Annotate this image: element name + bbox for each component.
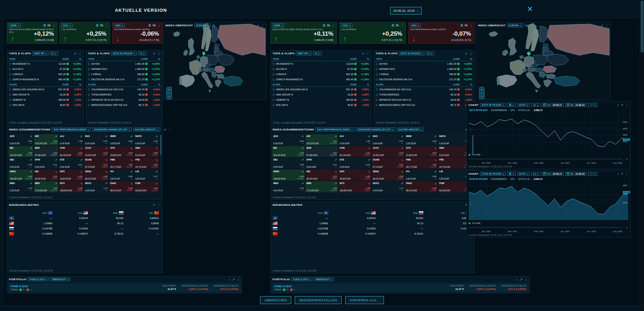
drag-handle-icon[interactable]	[273, 73, 274, 76]
instrument-row[interactable]: LONZA N542,30↑+1,46%	[271, 72, 371, 77]
instrument-row[interactable]: SWISS LIFE HOLDING AG N507,20↓-0,55%	[7, 87, 83, 92]
zoom-in-button[interactable]: +	[167, 87, 172, 93]
copy-as-button[interactable]: KOPIEREN ALS...	[345, 296, 384, 304]
kebab-menu-icon[interactable]: ⋮	[332, 24, 335, 27]
instrument-row[interactable]: ADYEN1.651,00↑+4,65%	[374, 61, 474, 66]
unit-select[interactable]: %∨	[50, 52, 58, 55]
component-tile-hfg[interactable]: HFG↘26,83 EUR-0,53-1,94%	[339, 170, 371, 181]
component-tile-lin[interactable]: LIN↗0,00 EUR-0,47—	[134, 170, 159, 181]
chart-instrument-select[interactable]: STXE 50 PR.EUR∨	[480, 172, 506, 176]
drag-handle-icon[interactable]	[273, 88, 274, 91]
instrument-row[interactable]: ALCON N67,53↑+2,25%	[271, 66, 371, 72]
component-tile-mtx[interactable]: MTX↘186,85 EUR-1,05-0,56%	[339, 181, 371, 192]
instrument-select[interactable]: SMI® PR∨	[32, 52, 48, 55]
component-tile-bayn[interactable]: BAYN↗0,00 EUR-0,13—	[438, 134, 471, 145]
component-tile-mtx[interactable]: MTX↘186,85 EUR-1,05-0,56%	[59, 181, 83, 192]
drag-handle-icon[interactable]	[88, 88, 90, 91]
component-tile-dpw[interactable]: DPW↗0,00 EUR-0,11—	[305, 158, 338, 169]
chart-type-select[interactable]: ∨	[588, 103, 597, 107]
view-select[interactable]: ÜBERSICHT∨	[314, 277, 334, 281]
fit-vertical-icon[interactable]: ↕	[617, 172, 619, 175]
component-tile-clipped[interactable]: RWE	[34, 193, 58, 194]
component-tile-clipped[interactable]: SHL	[438, 193, 471, 194]
expand-icon[interactable]: ↗	[256, 24, 259, 27]
component-tile-muv2[interactable]: MUV2↗0,00 EUR1,10—	[84, 181, 109, 192]
component-tile-con[interactable]: CON↘60,18 EUR-0,24-0,39%	[59, 146, 83, 157]
refresh-icon[interactable]: ↻	[525, 24, 528, 27]
region-select[interactable]: EUROPA∨	[507, 24, 523, 27]
drag-handle-icon[interactable]	[376, 88, 377, 91]
sort-icon[interactable]: ↕	[516, 278, 518, 281]
component-tile-dte[interactable]: DTE↗0,00 EUR-0,01—	[339, 158, 371, 169]
drag-handle-icon[interactable]	[88, 104, 90, 107]
kebab-menu-icon[interactable]: ⋮	[469, 203, 472, 207]
map-zoom-control[interactable]: +−	[166, 87, 172, 99]
portfolio-row[interactable]: FUND A 2019TREND:↑0|↓1DEPOTWERT11,37 €VE…	[272, 283, 529, 292]
date-bis-picker[interactable]: Bis:24.08.22	[565, 103, 587, 107]
component-tile-mbg[interactable]: MBG↗0,00 EUR-1,00—	[272, 181, 305, 192]
component-tile-pum[interactable]: PUM↘63,28 EUR-0,64-1,02%	[134, 181, 159, 192]
component-tile-fme[interactable]: FME↘34,77 EUR-1,52-4,19%	[109, 158, 134, 169]
grid-scrollbar-thumb[interactable]	[160, 135, 162, 155]
instrument-row[interactable]: GEBERIT N450,50↓-1,15%	[7, 97, 83, 102]
expand-icon[interactable]: ↗	[620, 172, 623, 175]
component-tile-bnr[interactable]: BNR→67,68 EUR0,00±0,00%	[305, 146, 338, 157]
instrument-row[interactable]: ADYEN1.651,00↑+4,65%	[86, 61, 162, 66]
component-tile-air[interactable]: AIR↗103,00 EUR0,12+0,12%	[34, 134, 58, 145]
date-von-picker[interactable]: Von:25.08.21	[542, 103, 564, 107]
kebab-menu-icon[interactable]: ⋮	[53, 24, 56, 27]
index-select[interactable]: CAC∨	[341, 24, 352, 27]
index-select[interactable]: DAX PERFORMANCE-INDEX∨	[52, 128, 91, 131]
component-tile-clipped[interactable]: SIE	[109, 193, 134, 194]
drag-handle-icon[interactable]	[376, 68, 377, 71]
component-tile-bnr[interactable]: BNR→67,68 EUR0,00±0,00%	[34, 146, 58, 157]
kebab-menu-icon[interactable]: ⋮	[158, 24, 161, 27]
kebab-menu-icon[interactable]: ⋮	[469, 128, 472, 131]
kebab-menu-icon[interactable]: ⋮	[525, 278, 528, 281]
component-tile-clipped[interactable]: QIA	[272, 193, 305, 194]
component-tile-clipped[interactable]: RWE	[305, 193, 338, 194]
instrument-row[interactable]: RICHEMONT N113,90↑+3,55%	[7, 61, 83, 66]
component-tile-bei[interactable]: BEI↗103,90 EUR2,35+2,31%	[9, 146, 33, 157]
component-tile-clipped[interactable]: SAP	[59, 193, 83, 194]
component-tile-alv[interactable]: ALV↗0,00 EUR-1,48—	[339, 134, 371, 145]
kebab-menu-icon[interactable]: ⋮	[625, 172, 628, 175]
expand-icon[interactable]: ↗	[520, 278, 523, 281]
exchange-icon[interactable]	[323, 24, 325, 27]
cancel-button[interactable]: ABBRECHEN	[260, 296, 292, 304]
index-tile-sx5e[interactable]: SX5E∨TD⋮EURO STOXX 50 INDEX (PRICE) (EUR…	[270, 22, 337, 44]
component-tile-pah3[interactable]: PAH3↘66,04 EUR-0,04-0,06%	[405, 181, 438, 192]
exchange-icon[interactable]	[96, 24, 99, 27]
component-tile-hnr1[interactable]: HNR1↗146,60 EUR0,45+0,31%	[9, 170, 33, 181]
kebab-menu-icon[interactable]: ⋮	[469, 52, 472, 55]
drag-handle-icon[interactable]	[376, 78, 377, 81]
expand-icon[interactable]: ↗	[620, 103, 623, 107]
instrument-row[interactable]: INFINEON TECH.AG NA O.N.25,04↓-1,05%	[374, 97, 474, 102]
component-tile-clipped[interactable]: QIA	[9, 193, 33, 194]
expand-icon[interactable]: ↗	[361, 52, 364, 55]
drag-handle-icon[interactable]	[9, 73, 11, 76]
drag-handle-icon[interactable]	[376, 73, 377, 76]
drag-handle-icon[interactable]	[88, 78, 90, 81]
instrument-row[interactable]: HERMES INTL1.359,00↑+1,57%	[86, 66, 162, 72]
expand-icon[interactable]: ↗	[464, 128, 467, 131]
drag-handle-icon[interactable]	[9, 104, 11, 107]
sort-icon[interactable]: ↕	[229, 278, 230, 281]
exchange-icon[interactable]	[43, 24, 46, 27]
instrument-row[interactable]: VOLKSWAGEN AG VZO O.N.140,70↓-0,92%	[374, 87, 474, 92]
view-select[interactable]: KACHELANSICHT∨	[133, 128, 160, 131]
index-tile-sx5e[interactable]: SX5E∨TD⋮EURO STOXX 50 INDEX (PRICE) (EUR…	[7, 22, 57, 44]
instrument-select[interactable]: ESTX 50 PR.EUR∨	[399, 52, 424, 55]
instrument-select[interactable]: SMI® PR∨	[296, 52, 312, 55]
drag-handle-icon[interactable]	[376, 104, 377, 107]
drag-handle-icon[interactable]	[273, 99, 274, 101]
index-tile-cac[interactable]: CAC∨TD⋮CAC 40 (PARIS)↑+0,25%6.577,21 (+1…	[59, 22, 110, 44]
drag-handle-icon[interactable]	[9, 78, 11, 81]
index-tile-dax[interactable]: DAX∨TD⋮DAX PERFORMANCE-INDEX (XETRA)↓-0,…	[408, 22, 475, 44]
component-tile-eoan[interactable]: EOAN↘8,74 EUR-0,21-2,35%	[84, 158, 109, 169]
unit-select[interactable]: %∨	[313, 52, 322, 55]
venue-select[interactable]: STANDARD-HANDELSPLATZ∨	[92, 128, 132, 131]
instrument-row[interactable]: L'OREAL359,90↑+1,64%	[86, 72, 162, 77]
component-tile-ads[interactable]: ADS↗0,00 EUR0,93—	[272, 134, 305, 145]
component-tile-con[interactable]: CON↘60,18 EUR-0,24-0,39%	[339, 146, 371, 157]
